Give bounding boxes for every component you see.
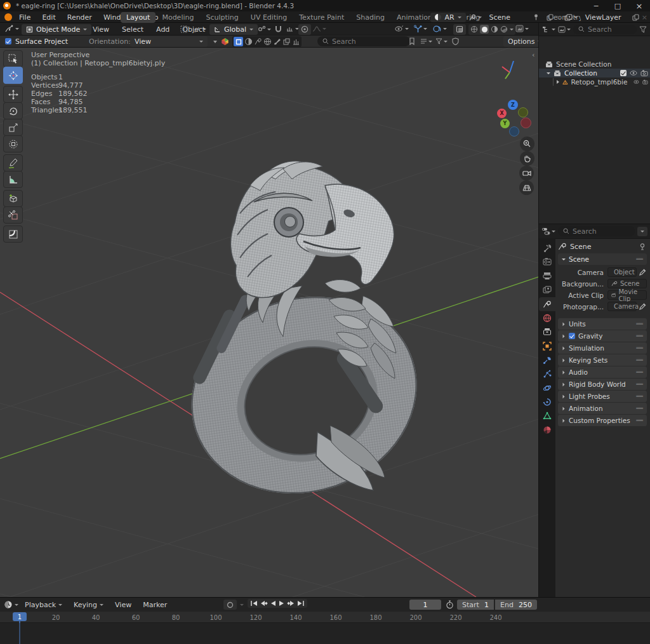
tab-render[interactable] (543, 258, 552, 265)
tool-scale[interactable] (3, 119, 23, 136)
viewlayer-name-field[interactable]: ViewLayer (580, 13, 630, 22)
current-frame-badge[interactable]: 1 (13, 612, 27, 621)
outliner-row-object[interactable]: Retopo_tmpl6bie (539, 77, 650, 86)
workspace-tab-layout[interactable]: Layout (121, 12, 156, 23)
close-button[interactable]: × (628, 0, 650, 11)
menu-view-timeline[interactable]: View (110, 600, 136, 610)
panel-light-probes[interactable]: Light Probes══ (558, 391, 647, 402)
strip-sphere-icon[interactable] (244, 37, 253, 46)
field-active-clip-value[interactable]: Movie Clip (607, 290, 647, 300)
next-keyframe-button[interactable] (287, 600, 295, 607)
hide-eye-icon[interactable] (633, 79, 639, 84)
editor-type-dropdown[interactable] (4, 25, 19, 33)
panel-drag-handle[interactable]: ══ (636, 256, 643, 262)
gravity-checkbox[interactable] (569, 333, 575, 339)
tab-physics[interactable] (543, 384, 552, 392)
shading-solid-icon[interactable] (480, 25, 489, 34)
tool-move[interactable] (3, 86, 23, 103)
tool-options-chevron[interactable] (213, 41, 217, 43)
gizmo-axis-z[interactable]: Z (508, 100, 518, 110)
minimize-button[interactable]: ─ (585, 0, 607, 11)
properties-search-field[interactable]: Search (558, 226, 635, 236)
outliner-funnel-icon[interactable] (639, 26, 647, 33)
tab-view-layer[interactable] (543, 286, 552, 293)
scene-name-field[interactable]: Scene (484, 13, 544, 22)
tab-object[interactable] (543, 342, 552, 351)
panel-audio[interactable]: Audio══ (558, 366, 647, 378)
render-camera-icon[interactable] (642, 79, 648, 85)
strip-object-icon[interactable] (282, 37, 291, 46)
tool-extra[interactable] (3, 225, 23, 243)
mode-dropdown[interactable]: Object Mode (22, 24, 91, 35)
panel-simulation[interactable]: Simulation══ (558, 342, 647, 354)
shading-rendered-icon[interactable] (500, 25, 508, 33)
expand-chevron[interactable] (547, 72, 550, 74)
strip-brush-icon[interactable] (273, 37, 281, 46)
palette-icon[interactable] (221, 37, 229, 46)
tab-object-data[interactable] (543, 412, 552, 420)
tool-cut[interactable] (3, 206, 23, 224)
tool-transform[interactable] (3, 135, 23, 152)
xray-toggle[interactable] (453, 24, 466, 35)
gizmo-extra-icon[interactable] (193, 25, 206, 33)
auto-keying-button[interactable] (223, 600, 237, 610)
snap-magnet-icon[interactable] (274, 25, 282, 33)
sidebar-toggle-icon[interactable]: ‹ (532, 51, 534, 59)
tool-search-field[interactable]: Search (317, 36, 410, 46)
strip-active-icon[interactable] (234, 37, 243, 46)
expand-chevron-collapsed[interactable] (557, 80, 559, 84)
orientation-dropdown[interactable]: Global (209, 24, 258, 35)
collection-checkbox[interactable] (620, 70, 627, 76)
viewport-canvas[interactable]: User Perspective (1) Collection | Retopo… (0, 48, 538, 597)
timeline-editor-type-icon[interactable] (4, 600, 18, 609)
play-button[interactable] (278, 600, 286, 607)
tab-output[interactable] (543, 272, 552, 280)
shading-wireframe-icon[interactable] (470, 25, 478, 33)
maximize-button[interactable]: □ (607, 0, 628, 11)
visibility-dropdown-icon[interactable] (395, 25, 409, 32)
strip-world-icon[interactable] (263, 37, 272, 46)
filter-funnel-icon[interactable] (435, 38, 448, 44)
orientation-select[interactable]: View (130, 36, 208, 47)
shield-icon[interactable] (452, 37, 459, 45)
tab-particles[interactable] (543, 370, 552, 379)
menu-file[interactable]: File (14, 12, 36, 23)
panel-units[interactable]: Units══ (558, 318, 647, 330)
jump-to-start-button[interactable] (250, 600, 258, 607)
render-camera-icon[interactable] (640, 70, 648, 76)
tool-add-primitive[interactable] (3, 190, 23, 207)
prev-keyframe-button[interactable] (260, 600, 268, 607)
menu-keying[interactable]: Keying (69, 600, 109, 610)
current-frame-field[interactable]: 1 (409, 600, 441, 610)
tab-scene-active[interactable] (539, 297, 555, 311)
blender-menu-icon[interactable] (4, 13, 12, 21)
frame-start-field[interactable]: Start1 (457, 600, 494, 610)
panel-animation[interactable]: Animation══ (558, 403, 647, 414)
render-preview-icon[interactable] (515, 25, 529, 32)
tab-world[interactable] (543, 314, 552, 323)
outliner-filter-image-icon[interactable] (558, 26, 571, 33)
eagle-ring-model[interactable] (159, 152, 457, 508)
menu-marker[interactable]: Marker (138, 600, 172, 610)
tool-settings-toggle-icon[interactable] (180, 25, 188, 33)
zoom-button[interactable] (520, 137, 534, 151)
gizmo-axis-y[interactable]: Y (500, 119, 510, 128)
tool-measure[interactable] (3, 171, 23, 188)
workspace-tab-texture-paint[interactable]: Texture Paint (293, 12, 350, 23)
timeline-track-area[interactable] (0, 623, 650, 644)
menu-view[interactable]: View (88, 24, 114, 35)
properties-options-chevron[interactable] (637, 227, 647, 236)
gizmo-axis-neg-z[interactable] (509, 126, 519, 137)
menu-select[interactable]: Select (117, 24, 149, 35)
frame-end-field[interactable]: End250 (495, 600, 537, 610)
workspace-tab-uv-editing[interactable]: UV Editing (245, 12, 293, 23)
tool-annotate[interactable] (3, 154, 23, 171)
gizmo-axis-neg-y[interactable] (518, 107, 528, 117)
outliner-display-mode-icon[interactable] (542, 26, 555, 33)
properties-editor-type-icon[interactable] (541, 227, 555, 235)
scene-panel-header[interactable]: Scene ══ (558, 253, 647, 265)
play-reverse-button[interactable] (269, 600, 277, 607)
outliner-row-scene-collection[interactable]: Scene Collection (539, 60, 650, 69)
auto-keying-chevron[interactable] (240, 604, 244, 606)
outliner-row-collection[interactable]: Collection (539, 69, 650, 77)
